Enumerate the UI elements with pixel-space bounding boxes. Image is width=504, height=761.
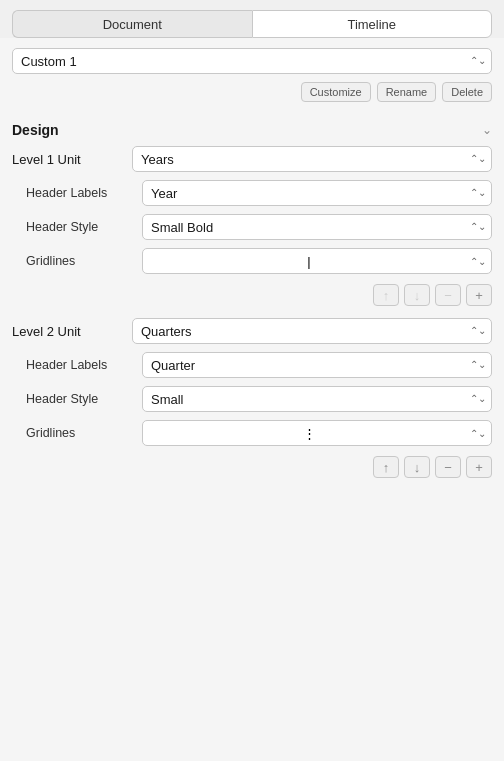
tab-bar: Document Timeline bbox=[0, 0, 504, 38]
preset-row: Custom 1 Custom 2 Default bbox=[0, 38, 504, 80]
tab-document[interactable]: Document bbox=[12, 10, 252, 38]
preset-select[interactable]: Custom 1 Custom 2 Default bbox=[12, 48, 492, 74]
level1-stepper-up[interactable]: ↑ bbox=[373, 284, 399, 306]
level2-gridlines-label: Gridlines bbox=[12, 426, 142, 440]
delete-button[interactable]: Delete bbox=[442, 82, 492, 102]
level2-header-labels-select[interactable]: Quarter Quarters None bbox=[142, 352, 492, 378]
level1-minus-icon: − bbox=[444, 288, 452, 303]
level1-section: Level 1 Unit Years Months Weeks Days Hea… bbox=[0, 146, 504, 318]
level2-gridlines-control bbox=[142, 420, 492, 446]
level2-gridlines-row: Gridlines bbox=[12, 420, 492, 446]
design-section-header: Design ⌄ bbox=[0, 110, 504, 146]
level2-stepper-down[interactable]: ↓ bbox=[404, 456, 430, 478]
level1-header-labels-select-wrapper[interactable]: Year Years None bbox=[142, 180, 492, 206]
chevron-down-icon[interactable]: ⌄ bbox=[482, 123, 492, 137]
level2-header-style-select[interactable]: Small Small Bold Medium bbox=[142, 386, 492, 412]
level1-stepper-minus[interactable]: − bbox=[435, 284, 461, 306]
level2-header-style-control: Small Small Bold Medium bbox=[142, 386, 492, 412]
level2-stepper-plus[interactable]: + bbox=[466, 456, 492, 478]
level2-stepper-row: ↑ ↓ − + bbox=[12, 454, 492, 478]
level1-header-style-select[interactable]: Small Bold Small Medium Bold Medium bbox=[142, 214, 492, 240]
level1-header-labels-label: Header Labels bbox=[12, 186, 142, 200]
level2-stepper-up[interactable]: ↑ bbox=[373, 456, 399, 478]
level1-header-style-label: Header Style bbox=[12, 220, 142, 234]
level2-unit-select[interactable]: Quarters Months Weeks bbox=[132, 318, 492, 344]
level1-plus-icon: + bbox=[475, 288, 483, 303]
level2-gridlines-input[interactable] bbox=[142, 420, 492, 446]
level1-unit-control: Years Months Weeks Days bbox=[132, 146, 492, 172]
tab-timeline-label: Timeline bbox=[347, 17, 396, 32]
level2-header-labels-control: Quarter Quarters None bbox=[142, 352, 492, 378]
action-row: Customize Rename Delete bbox=[0, 80, 504, 110]
preset-select-wrapper[interactable]: Custom 1 Custom 2 Default bbox=[12, 48, 492, 74]
level2-header-style-label: Header Style bbox=[12, 392, 142, 406]
design-title: Design bbox=[12, 122, 59, 138]
rename-button[interactable]: Rename bbox=[377, 82, 437, 102]
level2-down-icon: ↓ bbox=[414, 460, 421, 475]
level1-stepper-down[interactable]: ↓ bbox=[404, 284, 430, 306]
level2-unit-control: Quarters Months Weeks bbox=[132, 318, 492, 344]
level1-gridlines-label: Gridlines bbox=[12, 254, 142, 268]
level2-header-labels-label: Header Labels bbox=[12, 358, 142, 372]
level2-unit-label: Level 2 Unit bbox=[12, 324, 132, 339]
level1-header-style-select-wrapper[interactable]: Small Bold Small Medium Bold Medium bbox=[142, 214, 492, 240]
level2-up-icon: ↑ bbox=[383, 460, 390, 475]
level2-section: Level 2 Unit Quarters Months Weeks Heade… bbox=[0, 318, 504, 490]
level1-unit-select-wrapper[interactable]: Years Months Weeks Days bbox=[132, 146, 492, 172]
level1-unit-label: Level 1 Unit bbox=[12, 152, 132, 167]
level2-header-labels-row: Header Labels Quarter Quarters None bbox=[12, 352, 492, 378]
level2-header-style-row: Header Style Small Small Bold Medium bbox=[12, 386, 492, 412]
level2-plus-icon: + bbox=[475, 460, 483, 475]
level2-unit-row: Level 2 Unit Quarters Months Weeks bbox=[12, 318, 492, 344]
level1-header-style-control: Small Bold Small Medium Bold Medium bbox=[142, 214, 492, 240]
level1-gridlines-input[interactable] bbox=[142, 248, 492, 274]
level2-unit-select-wrapper[interactable]: Quarters Months Weeks bbox=[132, 318, 492, 344]
panel: Document Timeline Custom 1 Custom 2 Defa… bbox=[0, 0, 504, 761]
level1-header-labels-row: Header Labels Year Years None bbox=[12, 180, 492, 206]
customize-button[interactable]: Customize bbox=[301, 82, 371, 102]
level1-unit-row: Level 1 Unit Years Months Weeks Days bbox=[12, 146, 492, 172]
level1-gridlines-row: Gridlines bbox=[12, 248, 492, 274]
level1-header-labels-select[interactable]: Year Years None bbox=[142, 180, 492, 206]
tab-timeline[interactable]: Timeline bbox=[252, 10, 493, 38]
level1-stepper-plus[interactable]: + bbox=[466, 284, 492, 306]
level2-header-labels-select-wrapper[interactable]: Quarter Quarters None bbox=[142, 352, 492, 378]
level2-header-style-select-wrapper[interactable]: Small Small Bold Medium bbox=[142, 386, 492, 412]
tab-document-label: Document bbox=[103, 17, 162, 32]
level2-minus-icon: − bbox=[444, 460, 452, 475]
level1-unit-select[interactable]: Years Months Weeks Days bbox=[132, 146, 492, 172]
level1-up-icon: ↑ bbox=[383, 288, 390, 303]
level2-stepper-minus[interactable]: − bbox=[435, 456, 461, 478]
level1-down-icon: ↓ bbox=[414, 288, 421, 303]
level1-header-style-row: Header Style Small Bold Small Medium Bol… bbox=[12, 214, 492, 240]
level1-stepper-row: ↑ ↓ − + bbox=[12, 282, 492, 306]
level1-gridlines-control bbox=[142, 248, 492, 274]
level1-header-labels-control: Year Years None bbox=[142, 180, 492, 206]
